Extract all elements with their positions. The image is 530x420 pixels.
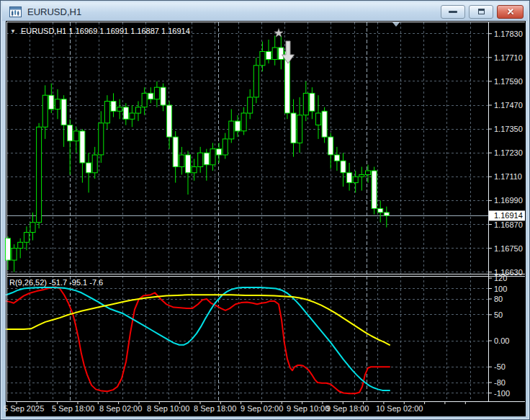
ohlc-header-text: EURUSD,H1 1.16969 1.16991 1.16887 1.1691… (21, 27, 190, 35)
svg-text:10 Sep 02:00: 10 Sep 02:00 (376, 404, 423, 413)
bid-price-tag: 1.16914 (489, 210, 525, 220)
svg-text:1.17590: 1.17590 (494, 77, 523, 86)
svg-text:9 Sep 18:00: 9 Sep 18:00 (326, 404, 369, 413)
svg-text:-80: -80 (494, 378, 506, 387)
svg-text:5 Sep 2025: 5 Sep 2025 (4, 404, 44, 413)
svg-text:9 Sep 10:00: 9 Sep 10:00 (287, 404, 329, 413)
chart-canvas: 1.178301.177101.175901.174701.173501.172… (1, 1, 530, 420)
svg-text:1.17830: 1.17830 (494, 30, 523, 38)
svg-text:1.17230: 1.17230 (494, 148, 523, 157)
terminal-chart-window: EURUSD,H1 1.178301.177101.175901.174701.… (0, 0, 530, 420)
ohlc-header: ▼ EURUSD,H1 1.16969 1.16991 1.16887 1.16… (10, 27, 190, 35)
main-chart-area[interactable] (6, 21, 526, 416)
svg-text:8 Sep 02:00: 8 Sep 02:00 (99, 404, 142, 413)
svg-text:1.16870: 1.16870 (494, 220, 523, 229)
svg-text:8 Sep 10:00: 8 Sep 10:00 (147, 404, 189, 413)
svg-text:1.16750: 1.16750 (494, 244, 523, 253)
svg-text:120: 120 (494, 274, 507, 282)
svg-text:1.17710: 1.17710 (494, 53, 523, 62)
svg-text:9 Sep 02:00: 9 Sep 02:00 (241, 404, 283, 413)
svg-text:80: 80 (494, 295, 503, 303)
svg-text:1.16914: 1.16914 (494, 211, 523, 220)
symbol-dropdown-icon[interactable]: ▼ (10, 28, 16, 35)
indicator-label: R(9,26,52) -51.7 -95.1 -7.6 (9, 278, 103, 287)
svg-text:-50: -50 (494, 362, 506, 371)
svg-text:0.00: 0.00 (494, 336, 509, 345)
svg-text:1.17470: 1.17470 (494, 101, 523, 110)
svg-text:-100: -100 (494, 389, 510, 398)
svg-text:1.17350: 1.17350 (494, 125, 523, 133)
svg-text:5 Sep 18:00: 5 Sep 18:00 (52, 404, 94, 413)
svg-text:100: 100 (494, 285, 507, 293)
svg-text:1.17110: 1.17110 (494, 172, 522, 181)
svg-text:1.16990: 1.16990 (494, 196, 523, 205)
svg-text:50: 50 (494, 310, 503, 319)
svg-text:8 Sep 18:00: 8 Sep 18:00 (194, 404, 236, 413)
